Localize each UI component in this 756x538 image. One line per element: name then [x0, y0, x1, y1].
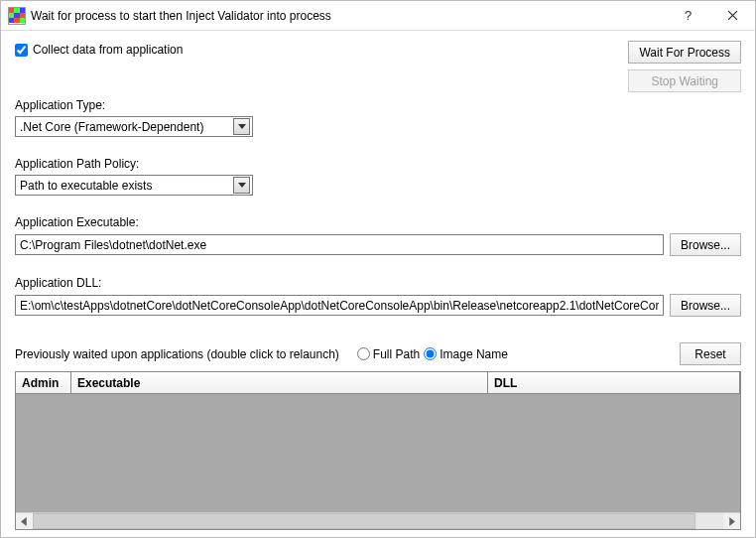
grid-header: Admin Executable DLL — [16, 372, 740, 394]
image-name-radio[interactable]: Image Name — [424, 347, 508, 361]
window-title: Wait for process to start then Inject Va… — [31, 9, 666, 23]
path-policy-value: Path to executable exists — [20, 179, 152, 193]
dialog-content: Collect data from application Wait For P… — [1, 31, 755, 538]
app-icon — [9, 8, 25, 24]
collect-data-label: Collect data from application — [33, 43, 183, 57]
dropdown-arrow-icon[interactable] — [233, 177, 250, 194]
scroll-left-icon[interactable] — [16, 513, 33, 530]
application-executable-input[interactable] — [15, 234, 664, 255]
previous-apps-grid[interactable]: Admin Executable DLL — [15, 371, 741, 530]
column-dll[interactable]: DLL — [488, 372, 740, 393]
full-path-radio-input[interactable] — [357, 347, 370, 360]
application-executable-label: Application Executable: — [15, 215, 741, 229]
wait-for-process-button[interactable]: Wait For Process — [628, 41, 741, 64]
column-executable[interactable]: Executable — [71, 372, 488, 393]
scroll-right-icon[interactable] — [723, 513, 740, 530]
close-button[interactable] — [710, 1, 755, 31]
collect-data-checkbox-input[interactable] — [15, 44, 28, 57]
path-policy-dropdown[interactable]: Path to executable exists — [15, 175, 253, 196]
dropdown-arrow-icon[interactable] — [233, 118, 250, 135]
application-type-label: Application Type: — [15, 98, 741, 112]
previous-apps-label: Previously waited upon applications (dou… — [15, 347, 339, 361]
application-type-dropdown[interactable]: .Net Core (Framework-Dependent) — [15, 116, 253, 137]
help-button[interactable]: ? — [666, 1, 710, 31]
scroll-thumb[interactable] — [33, 513, 695, 529]
browse-exe-button[interactable]: Browse... — [670, 233, 741, 256]
path-policy-label: Application Path Policy: — [15, 157, 741, 171]
column-admin[interactable]: Admin — [16, 372, 71, 393]
full-path-radio-label: Full Path — [373, 347, 420, 361]
collect-data-checkbox[interactable]: Collect data from application — [15, 43, 183, 57]
scroll-track[interactable] — [33, 513, 723, 529]
image-name-radio-input[interactable] — [424, 347, 437, 360]
title-bar: Wait for process to start then Inject Va… — [1, 1, 755, 31]
application-dll-label: Application DLL: — [15, 276, 741, 290]
browse-dll-button[interactable]: Browse... — [670, 294, 741, 317]
application-dll-input[interactable] — [15, 295, 664, 316]
image-name-radio-label: Image Name — [440, 347, 508, 361]
application-type-value: .Net Core (Framework-Dependent) — [20, 120, 203, 134]
reset-button[interactable]: Reset — [680, 342, 741, 365]
full-path-radio[interactable]: Full Path — [357, 347, 420, 361]
stop-waiting-button: Stop Waiting — [628, 69, 741, 92]
horizontal-scrollbar[interactable] — [16, 512, 740, 529]
grid-body[interactable] — [16, 394, 740, 512]
